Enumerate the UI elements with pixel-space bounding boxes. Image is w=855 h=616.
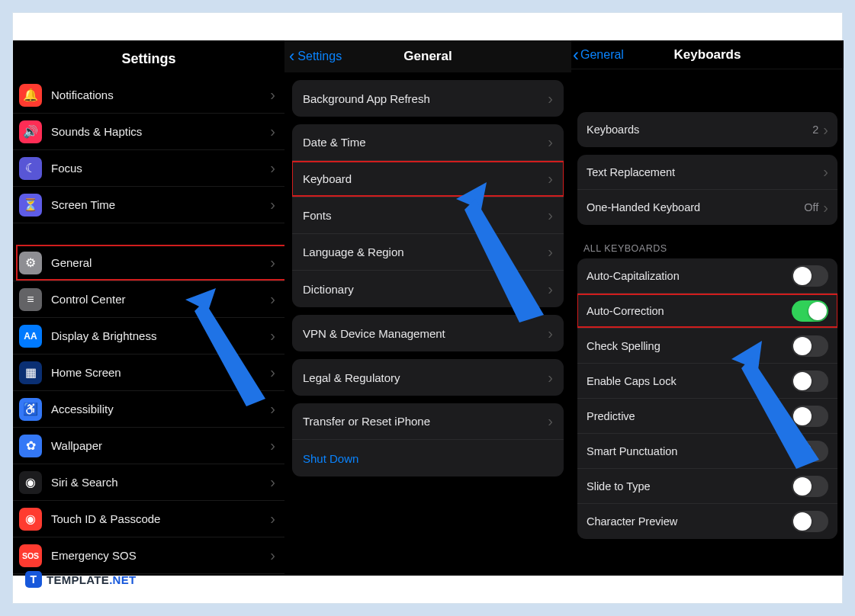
settings-row-emergency-sos[interactable]: SOSEmergency SOS›: [13, 537, 284, 574]
general-row-legal-regulatory[interactable]: Legal & Regulatory›: [292, 359, 564, 396]
general-row-fonts[interactable]: Fonts›: [292, 197, 564, 234]
settings-row-control-center[interactable]: ≡Control Center›: [13, 281, 284, 318]
general-row-label: Dictionary: [303, 283, 548, 296]
keyboard-row-character-preview[interactable]: Character Preview: [577, 504, 837, 539]
settings-row-notifications[interactable]: 🔔Notifications›: [13, 77, 284, 114]
sos-icon: SOS: [19, 544, 42, 567]
settings-row-wallpaper[interactable]: ✿Wallpaper›: [13, 428, 284, 464]
keyboard-row-enable-caps-lock[interactable]: Enable Caps Lock: [577, 364, 837, 399]
general-row-background-app-refresh[interactable]: Background App Refresh›: [292, 80, 564, 117]
toggle-switch[interactable]: [792, 300, 828, 322]
settings-row-label: Touch ID & Passcode: [51, 512, 270, 525]
general-row-label: Date & Time: [303, 136, 548, 149]
chevron-right-icon: ›: [548, 281, 553, 298]
general-row-vpn-device-management[interactable]: VPN & Device Management›: [292, 315, 564, 351]
back-label: Settings: [297, 50, 342, 63]
keyboard-row-check-spelling[interactable]: Check Spelling: [577, 329, 837, 364]
settings-row-home-screen[interactable]: ▦Home Screen›: [13, 355, 284, 391]
general-row-date-time[interactable]: Date & Time›: [292, 124, 564, 161]
settings-row-focus[interactable]: ☾Focus›: [13, 150, 284, 187]
general-row-label: Fonts: [303, 209, 548, 222]
keyboard-row-label: Check Spelling: [587, 340, 792, 352]
toggle-knob: [793, 442, 812, 460]
settings-row-label: Wallpaper: [51, 439, 270, 452]
keyboard-row-keyboards[interactable]: Keyboards2›: [577, 112, 837, 147]
keyboard-row-auto-correction[interactable]: Auto-Correction: [577, 294, 837, 329]
settings-row-label: Display & Brightness: [51, 329, 270, 342]
chevron-right-icon: ›: [270, 327, 275, 345]
toggle-knob: [793, 337, 812, 355]
chevron-left-icon: ‹: [573, 44, 579, 66]
general-row-shut-down[interactable]: Shut Down: [292, 440, 564, 476]
toggle-knob: [793, 372, 812, 390]
settings-row-label: Siri & Search: [51, 476, 270, 489]
fingerprint-icon: ◉: [19, 508, 42, 531]
chevron-right-icon: ›: [823, 199, 828, 217]
chevron-right-icon: ›: [548, 90, 553, 107]
general-row-dictionary[interactable]: Dictionary›: [292, 271, 564, 307]
chevron-right-icon: ›: [270, 123, 275, 140]
chevron-left-icon: ‹: [289, 47, 294, 66]
back-to-settings-button[interactable]: ‹ Settings: [284, 47, 342, 66]
keyboard-row-one-handed-keyboard[interactable]: One-Handed KeyboardOff›: [577, 190, 837, 225]
keyboard-row-label: One-Handed Keyboard: [587, 201, 804, 213]
toggle-switch[interactable]: [792, 476, 828, 497]
general-row-label: Shut Down: [303, 452, 553, 465]
general-row-label: Keyboard: [303, 172, 548, 185]
watermark: T TEMPLATE.NET: [25, 571, 137, 588]
template-logo-icon: T: [25, 571, 42, 588]
chevron-right-icon: ›: [270, 196, 275, 213]
speaker-icon: 🔊: [19, 120, 42, 143]
switches-icon: ≡: [19, 288, 42, 311]
settings-row-label: Screen Time: [51, 198, 270, 211]
settings-row-label: Emergency SOS: [51, 549, 270, 562]
keyboard-row-label: Auto-Capitalization: [587, 270, 792, 282]
back-to-general-button[interactable]: ‹ General: [571, 44, 624, 66]
toggle-switch[interactable]: [792, 441, 828, 462]
settings-row-sounds-haptics[interactable]: 🔊Sounds & Haptics›: [13, 114, 284, 150]
keyboard-row-auto-capitalization[interactable]: Auto-Capitalization: [577, 258, 837, 294]
row-value: 2: [812, 124, 818, 136]
chevron-right-icon: ›: [270, 547, 275, 564]
panel-settings: Settings 🔔Notifications›🔊Sounds & Haptic…: [13, 40, 284, 576]
watermark-suffix: .NET: [109, 573, 136, 586]
keyboard-row-label: Character Preview: [587, 515, 792, 528]
toggle-knob: [793, 477, 812, 496]
moon-icon: ☾: [19, 157, 42, 180]
general-row-language-region[interactable]: Language & Region›: [292, 234, 564, 271]
keyboard-row-text-replacement[interactable]: Text Replacement›: [577, 155, 837, 190]
keyboard-row-smart-punctuation[interactable]: Smart Punctuation: [577, 434, 837, 469]
settings-row-touch-id-passcode[interactable]: ◉Touch ID & Passcode›: [13, 501, 284, 537]
settings-title: Settings: [13, 40, 284, 77]
keyboard-row-slide-to-type[interactable]: Slide to Type: [577, 469, 837, 504]
chevron-right-icon: ›: [548, 170, 553, 188]
chevron-right-icon: ›: [270, 364, 275, 381]
chevron-right-icon: ›: [270, 254, 275, 271]
settings-row-accessibility[interactable]: ♿Accessibility›: [13, 391, 284, 428]
toggle-switch[interactable]: [792, 371, 828, 392]
settings-row-siri-search[interactable]: ◉Siri & Search›: [13, 464, 284, 501]
grid-icon: ▦: [19, 361, 42, 384]
settings-row-general[interactable]: ⚙General›: [13, 245, 284, 281]
toggle-switch[interactable]: [792, 335, 828, 357]
settings-row-display-brightness[interactable]: AADisplay & Brightness›: [13, 318, 284, 355]
watermark-text: TEMPLATE: [47, 573, 109, 586]
toggle-switch[interactable]: [792, 511, 828, 532]
chevron-right-icon: ›: [270, 159, 275, 177]
toggle-switch[interactable]: [792, 406, 828, 427]
settings-row-label: Focus: [51, 162, 270, 175]
chevron-right-icon: ›: [548, 369, 553, 387]
gear-icon: ⚙: [19, 252, 42, 274]
chevron-right-icon: ›: [548, 133, 553, 151]
settings-row-label: Accessibility: [51, 403, 270, 415]
bell-icon: 🔔: [19, 84, 42, 107]
general-row-label: Transfer or Reset iPhone: [303, 415, 548, 428]
general-row-transfer-or-reset-iphone[interactable]: Transfer or Reset iPhone›: [292, 403, 564, 440]
keyboard-row-predictive[interactable]: Predictive: [577, 399, 837, 434]
general-row-label: Legal & Regulatory: [303, 371, 548, 384]
general-row-keyboard[interactable]: Keyboard›: [292, 161, 564, 197]
toggle-switch[interactable]: [792, 265, 828, 287]
settings-row-label: Notifications: [51, 88, 270, 101]
settings-row-screen-time[interactable]: ⏳Screen Time›: [13, 187, 284, 223]
toggle-knob: [793, 267, 812, 285]
